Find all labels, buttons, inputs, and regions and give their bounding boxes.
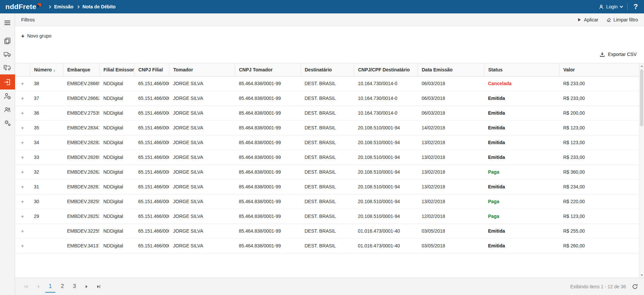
cell-destinatario: DEST. BRASIL <box>301 76 354 91</box>
column-header-valor[interactable]: Valor <box>559 63 639 76</box>
expand-row-icon[interactable]: + <box>21 125 24 131</box>
login-button[interactable]: Login <box>599 4 622 9</box>
cell-valor: R$ 233,00 <box>559 91 639 106</box>
table-row[interactable]: +EMBDEV.32255NDDigital65.151.466/000...J… <box>15 224 639 238</box>
cell-tomador: JORGE SILVA <box>169 150 235 165</box>
column-header-tomador[interactable]: Tomador <box>169 63 235 76</box>
previous-page-button[interactable] <box>33 282 43 292</box>
cell-numero: 32 <box>30 165 63 179</box>
documents-icon <box>4 37 11 45</box>
table-row[interactable]: +37EMBDEV.28662NDDigital65.151.466/000..… <box>15 91 639 106</box>
cell-cnpj_tomador: 85.464.838/0001-99 <box>235 76 301 91</box>
column-header-cnpj-filial[interactable]: CNPJ Filial <box>134 63 169 76</box>
table-row[interactable]: +32EMBDEV.28262NDDigital65.151.466/000..… <box>15 165 639 179</box>
clear-filter-button[interactable]: Limpar filtro <box>606 17 638 22</box>
sidebar-item-driver-history[interactable] <box>0 90 15 103</box>
cell-tomador: JORGE SILVA <box>169 106 235 120</box>
table-row[interactable]: +31EMBDEV.28261NDDigital65.151.466/000..… <box>15 179 639 194</box>
expand-row-icon[interactable]: + <box>21 213 24 220</box>
cell-expand: + <box>15 76 30 91</box>
truck-icon <box>4 51 11 58</box>
column-header-filial-emissora[interactable]: Filial Emissora <box>99 63 134 76</box>
table-row[interactable]: +34EMBDEV.28282NDDigital65.151.466/000..… <box>15 135 639 150</box>
cell-embarque: EMBDEV.28665 <box>63 76 99 91</box>
expand-row-icon[interactable]: + <box>21 154 24 161</box>
table-row[interactable]: +EMBDEV.34137NDDigital65.151.466/000...J… <box>15 238 639 253</box>
download-icon <box>599 52 605 57</box>
column-header-cnpj-cpf-destinatario[interactable]: CNPJ/CPF Destinatário <box>354 63 418 76</box>
cell-tomador: JORGE SILVA <box>169 91 235 106</box>
column-header-status[interactable]: Status <box>484 63 559 76</box>
cell-expand: + <box>15 120 30 135</box>
expand-row-icon[interactable]: + <box>21 95 24 102</box>
page-button-3[interactable]: 3 <box>69 281 79 293</box>
expand-row-icon[interactable]: + <box>21 139 24 146</box>
sidebar-item-menu[interactable] <box>0 16 15 30</box>
expand-row-icon[interactable]: + <box>21 110 24 116</box>
column-header-destinatario[interactable]: Destinatário <box>301 63 354 76</box>
table-row[interactable]: +35EMBDEV.28341NDDigital65.151.466/000..… <box>15 120 639 135</box>
table-row[interactable]: +38EMBDEV.28665NDDigital65.151.466/000..… <box>15 76 639 91</box>
expand-row-icon[interactable]: + <box>21 228 24 234</box>
help-button[interactable]: ? <box>632 2 639 11</box>
cell-embarque: EMBDEV.27539 <box>63 106 99 120</box>
page-button-1[interactable]: 1 <box>45 281 55 293</box>
cell-tomador: JORGE SILVA <box>169 209 235 224</box>
column-header-data-emissao[interactable]: Data Emissão <box>418 63 484 76</box>
cell-status: Emitida <box>484 120 559 135</box>
sidebar-item-documents[interactable] <box>0 34 15 48</box>
pagination-bar: 123 Exibindo itens 1 - 12 de 36 <box>15 278 644 295</box>
table-row[interactable]: +33EMBDEV.28269NDDigital65.151.466/000..… <box>15 150 639 165</box>
table-row[interactable]: +29EMBDEV.28253NDDigital65.151.466/000..… <box>15 209 639 224</box>
new-group-button[interactable]: + Novo grupo <box>21 33 51 39</box>
cell-numero: 38 <box>30 76 63 91</box>
sidebar-item-truck[interactable] <box>0 48 15 61</box>
expand-row-icon[interactable]: + <box>21 198 24 205</box>
scroll-up-button[interactable] <box>639 63 644 69</box>
last-page-button[interactable] <box>94 282 104 292</box>
last-page-icon <box>96 284 101 289</box>
first-page-button[interactable] <box>21 282 31 292</box>
cell-cnpj_tomador: 85.464.838/0001-99 <box>235 106 301 120</box>
table-row[interactable]: +36EMBDEV.27539NDDigital65.151.466/000..… <box>15 106 639 120</box>
cell-destinatario: DEST. BRASIL <box>301 194 354 209</box>
expand-row-icon[interactable]: + <box>21 243 24 249</box>
sidebar-item-settings[interactable] <box>0 116 15 130</box>
export-csv-button[interactable]: Exportar CSV <box>599 52 637 57</box>
refresh-button[interactable] <box>632 284 638 290</box>
column-header-numero[interactable]: Número↓ <box>30 63 63 76</box>
table-header-row: Número↓ Embarque Filial Emissora CNPJ Fi… <box>15 63 639 76</box>
breadcrumb-emissao[interactable]: Emissão <box>54 4 73 9</box>
cell-valor: R$ 233,00 <box>559 76 639 91</box>
scroll-down-button[interactable] <box>639 272 644 278</box>
cell-status: Emitida <box>484 179 559 194</box>
next-page-button[interactable] <box>82 282 92 292</box>
app-logo[interactable]: nddFrete <box>5 3 41 11</box>
users-icon <box>4 106 11 113</box>
arrow-down-icon <box>640 274 643 277</box>
table-row[interactable]: +30EMBDEV.28255NDDigital65.151.466/000..… <box>15 194 639 209</box>
vertical-scrollbar[interactable] <box>639 63 644 278</box>
cell-destinatario: DEST. BRASIL <box>301 106 354 120</box>
sidebar-item-users[interactable] <box>0 103 15 116</box>
column-header-embarque[interactable]: Embarque <box>63 63 99 76</box>
scrollbar-track[interactable] <box>639 69 644 272</box>
cell-numero: 33 <box>30 150 63 165</box>
sidebar-item-cargo-truck[interactable] <box>0 61 15 74</box>
scrollbar-thumb[interactable] <box>640 69 643 126</box>
cell-embarque: EMBDEV.28253 <box>63 209 99 224</box>
sidebar-item-debit-note[interactable] <box>0 74 15 90</box>
expand-row-icon[interactable]: + <box>21 169 24 175</box>
apply-filter-button[interactable]: Aplicar <box>577 17 598 22</box>
column-header-cnpj-tomador[interactable]: CNPJ Tomador <box>235 63 301 76</box>
breadcrumb-nota-de-debito[interactable]: Nota de Débito <box>83 4 116 9</box>
page-button-2[interactable]: 2 <box>57 281 67 293</box>
expand-row-icon[interactable]: + <box>21 184 24 190</box>
cell-cnpj_filial: 65.151.466/000... <box>134 106 169 120</box>
cell-numero: 37 <box>30 91 63 106</box>
cell-expand: + <box>15 238 30 253</box>
cell-filial: NDDigital <box>99 120 134 135</box>
cell-numero: 35 <box>30 120 63 135</box>
expand-row-icon[interactable]: + <box>21 80 24 87</box>
cell-cnpj_filial: 65.151.466/000... <box>134 224 169 238</box>
